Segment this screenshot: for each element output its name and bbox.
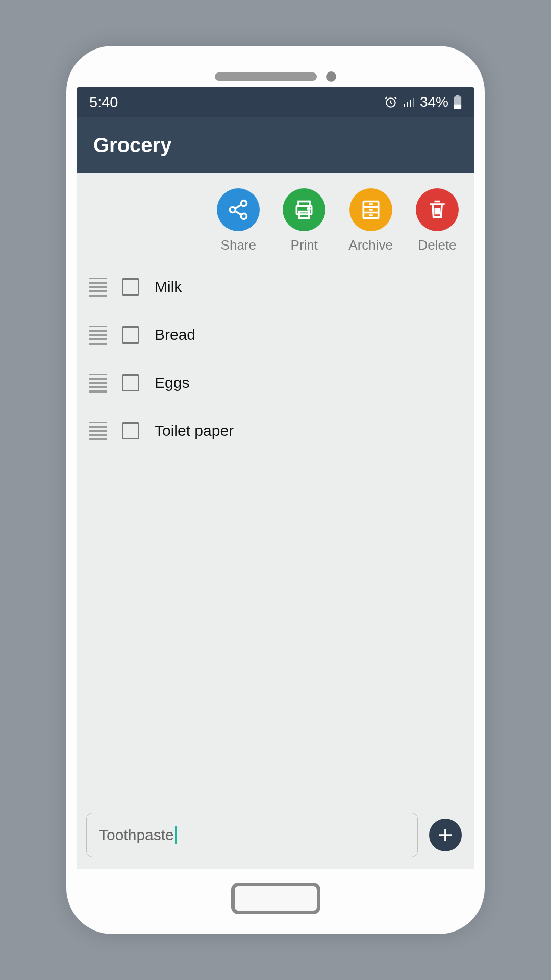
add-button[interactable] — [429, 819, 462, 851]
svg-rect-3 — [410, 100, 411, 107]
battery-percent: 34% — [420, 94, 448, 110]
list-item[interactable]: Bread — [77, 311, 474, 359]
list-item[interactable]: Milk — [77, 263, 474, 311]
battery-icon — [454, 95, 462, 109]
svg-rect-4 — [413, 98, 414, 107]
svg-point-8 — [241, 201, 247, 206]
item-checkbox[interactable] — [122, 422, 139, 439]
archive-icon — [360, 199, 382, 221]
add-item-input[interactable]: Toothpaste — [86, 813, 418, 857]
drag-handle-icon[interactable] — [89, 422, 107, 440]
svg-rect-6 — [456, 95, 459, 97]
list-item[interactable]: Eggs — [77, 359, 474, 407]
drag-handle-icon[interactable] — [89, 374, 107, 393]
svg-rect-2 — [407, 102, 408, 107]
text-cursor — [175, 826, 177, 844]
app-bar: Grocery — [77, 117, 474, 173]
drag-handle-icon[interactable] — [89, 278, 107, 297]
home-button[interactable] — [231, 883, 320, 914]
plus-icon — [436, 826, 455, 844]
share-button[interactable]: Share — [217, 188, 260, 253]
item-checkbox[interactable] — [122, 326, 139, 344]
svg-rect-1 — [404, 104, 405, 107]
status-bar: 5:40 34% — [77, 87, 474, 117]
alarm-icon — [384, 95, 397, 109]
phone-frame: 5:40 34% — [66, 46, 485, 934]
item-label: Toilet paper — [155, 422, 234, 439]
svg-point-10 — [241, 213, 247, 219]
page-title: Grocery — [93, 134, 171, 157]
svg-point-14 — [308, 208, 310, 210]
print-label: Print — [291, 237, 318, 253]
svg-point-9 — [230, 207, 236, 213]
home-button-area — [77, 875, 474, 921]
status-time: 5:40 — [89, 94, 118, 111]
delete-label: Delete — [418, 237, 456, 253]
list-item[interactable]: Toilet paper — [77, 407, 474, 455]
svg-rect-7 — [454, 105, 461, 109]
share-icon — [227, 199, 249, 221]
item-list: MilkBreadEggsToilet paper — [77, 263, 474, 803]
item-checkbox[interactable] — [122, 374, 139, 391]
item-checkbox[interactable] — [122, 278, 139, 296]
status-right: 34% — [384, 94, 462, 110]
archive-label: Archive — [348, 237, 393, 253]
trash-icon — [426, 199, 448, 221]
drag-handle-icon[interactable] — [89, 326, 107, 345]
print-button[interactable]: Print — [283, 188, 325, 253]
archive-button[interactable]: Archive — [348, 188, 393, 253]
screen: 5:40 34% — [77, 87, 474, 869]
delete-button[interactable]: Delete — [416, 188, 459, 253]
input-value: Toothpaste — [99, 826, 174, 844]
input-row: Toothpaste — [77, 803, 474, 869]
item-label: Bread — [155, 326, 195, 344]
signal-icon — [403, 96, 415, 108]
item-label: Milk — [155, 278, 182, 296]
item-label: Eggs — [155, 374, 189, 391]
print-icon — [293, 199, 315, 221]
phone-speaker — [215, 71, 336, 82]
action-row: Share Print — [77, 173, 474, 263]
share-label: Share — [221, 237, 256, 253]
